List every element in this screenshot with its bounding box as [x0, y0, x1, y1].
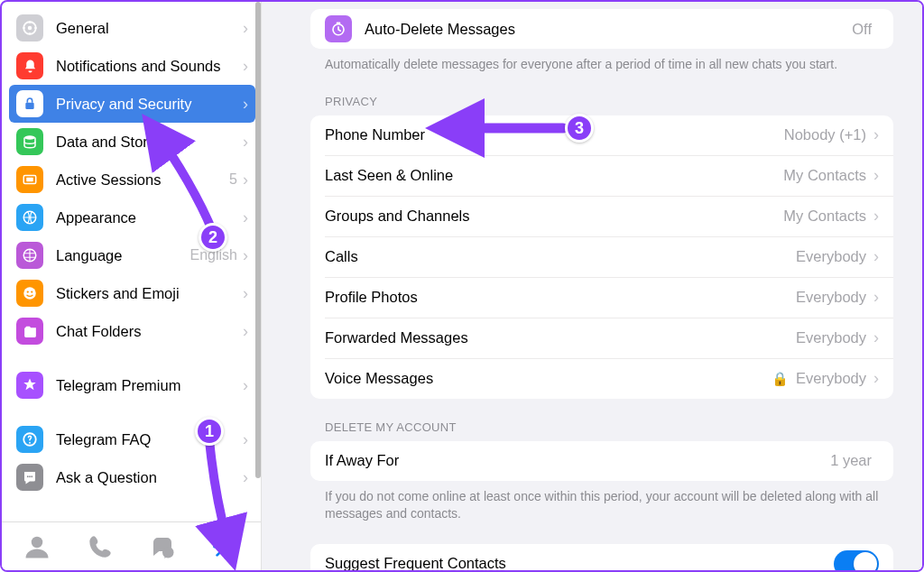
sidebar-label: Language	[56, 247, 190, 264]
step-marker-1: 1	[195, 417, 224, 446]
sidebar-item-chat-folders[interactable]: Chat Folders›	[9, 312, 255, 350]
svg-point-9	[27, 291, 29, 292]
timer-icon	[325, 15, 352, 42]
suggest-contacts-row[interactable]: Suggest Frequent Contacts	[310, 544, 893, 570]
if-away-for-row[interactable]: If Away For 1 year	[310, 441, 893, 481]
delete-account-footer: If you do not come online at least once …	[325, 488, 879, 522]
privacy-value: Nobody (+1)	[784, 126, 866, 143]
sidebar-icon	[16, 52, 43, 79]
chevron-right-icon: ›	[243, 19, 248, 38]
settings-main-panel[interactable]: Auto-Delete Messages Off Automatically d…	[262, 2, 922, 570]
privacy-label: Forwarded Messages	[325, 329, 796, 346]
privacy-label: Last Seen & Online	[325, 167, 783, 184]
sidebar-icon	[16, 14, 43, 42]
chats-tab-icon[interactable]	[144, 529, 180, 565]
chevron-right-icon: ›	[873, 166, 879, 185]
privacy-row-voice-messages[interactable]: Voice Messages🔒Everybody›	[310, 359, 893, 399]
step-marker-2: 2	[199, 223, 227, 252]
contacts-tab-icon[interactable]	[19, 529, 55, 565]
lock-icon: 🔒	[772, 371, 789, 387]
sidebar-label: Notifications and Sounds	[56, 58, 243, 75]
sidebar-label: Telegram Premium	[56, 377, 243, 394]
privacy-card: Phone NumberNobody (+1)›Last Seen & Onli…	[310, 115, 893, 399]
svg-point-14	[29, 475, 31, 477]
sidebar-icon	[16, 242, 43, 269]
privacy-row-forwarded-messages[interactable]: Forwarded MessagesEverybody›	[310, 318, 893, 358]
chevron-right-icon: ›	[243, 322, 248, 341]
sidebar-icon	[16, 90, 43, 117]
if-away-for-label: If Away For	[325, 452, 830, 469]
svg-point-17	[162, 547, 174, 558]
sidebar-item-privacy-and-security[interactable]: Privacy and Security›	[9, 85, 255, 123]
svg-rect-20	[337, 23, 341, 24]
svg-point-3	[24, 135, 35, 140]
chevron-right-icon: ›	[243, 376, 248, 395]
privacy-label: Calls	[325, 248, 796, 265]
svg-rect-2	[25, 103, 33, 109]
sidebar-label: Stickers and Emoji	[56, 285, 243, 302]
annotation-arrow-1	[205, 435, 250, 552]
sidebar-icon	[16, 204, 43, 231]
privacy-value: Everybody	[796, 289, 866, 306]
sidebar-icon	[16, 426, 43, 453]
chevron-right-icon: ›	[243, 95, 248, 114]
sidebar-item-telegram-premium[interactable]: Telegram Premium›	[9, 366, 255, 404]
auto-delete-row[interactable]: Auto-Delete Messages Off	[310, 9, 893, 49]
sidebar-label: Chat Folders	[56, 323, 243, 340]
privacy-value: Everybody	[796, 248, 866, 265]
svg-point-12	[29, 442, 31, 444]
suggest-contacts-label: Suggest Frequent Contacts	[325, 555, 834, 570]
privacy-section-header: Privacy	[325, 95, 893, 108]
delete-account-card: If Away For 1 year	[310, 441, 893, 481]
step-marker-3: 3	[565, 114, 594, 143]
privacy-row-calls[interactable]: CallsEverybody›	[310, 237, 893, 277]
suggest-contacts-toggle[interactable]	[834, 550, 879, 570]
privacy-value: My Contacts	[783, 208, 866, 225]
sidebar-item-notifications-and-sounds[interactable]: Notifications and Sounds›	[9, 47, 255, 85]
suggest-contacts-card: Suggest Frequent Contacts	[310, 544, 893, 570]
svg-point-1	[28, 26, 32, 31]
privacy-value: Everybody	[796, 370, 866, 387]
sidebar-icon	[16, 318, 43, 345]
svg-point-8	[23, 287, 36, 300]
chevron-right-icon: ›	[873, 247, 879, 266]
sidebar-icon	[16, 280, 43, 307]
svg-rect-5	[26, 178, 33, 182]
sidebar-icon	[16, 464, 43, 491]
sidebar-scrollbar[interactable]	[255, 2, 261, 478]
privacy-row-phone-number[interactable]: Phone NumberNobody (+1)›	[310, 115, 893, 155]
sidebar-item-general[interactable]: General›	[9, 9, 255, 47]
privacy-value: My Contacts	[783, 167, 866, 184]
chevron-right-icon: ›	[243, 57, 248, 76]
chevron-right-icon: ›	[873, 125, 879, 144]
auto-delete-label: Auto-Delete Messages	[365, 21, 852, 38]
if-away-for-value: 1 year	[830, 452, 872, 469]
auto-delete-value: Off	[852, 21, 872, 38]
chevron-right-icon: ›	[873, 288, 879, 307]
chevron-right-icon: ›	[243, 133, 248, 152]
privacy-row-last-seen-online[interactable]: Last Seen & OnlineMy Contacts›	[310, 156, 893, 196]
chevron-right-icon: ›	[873, 207, 879, 226]
svg-point-13	[27, 475, 29, 477]
calls-tab-icon[interactable]	[82, 529, 118, 565]
delete-account-header: Delete my account	[325, 420, 893, 434]
chevron-right-icon: ›	[873, 328, 879, 347]
sidebar-item-stickers-and-emoji[interactable]: Stickers and Emoji›	[9, 274, 255, 312]
chevron-right-icon: ›	[243, 284, 248, 303]
privacy-row-profile-photos[interactable]: Profile PhotosEverybody›	[310, 278, 893, 318]
privacy-row-groups-and-channels[interactable]: Groups and ChannelsMy Contacts›	[310, 197, 893, 236]
auto-delete-footer: Automatically delete messages for everyo…	[325, 56, 879, 73]
chevron-right-icon: ›	[243, 246, 248, 265]
privacy-value: Everybody	[796, 329, 866, 346]
svg-point-10	[31, 291, 32, 292]
chevron-right-icon: ›	[243, 171, 248, 189]
sidebar-icon	[16, 166, 43, 193]
chevron-right-icon: ›	[243, 208, 248, 227]
auto-delete-card: Auto-Delete Messages Off	[310, 9, 893, 49]
sidebar-icon	[16, 372, 43, 399]
annotation-arrow-3	[448, 115, 574, 142]
chevron-right-icon: ›	[873, 369, 879, 388]
svg-point-16	[32, 536, 43, 548]
privacy-label: Profile Photos	[325, 289, 796, 306]
svg-point-15	[31, 475, 32, 477]
